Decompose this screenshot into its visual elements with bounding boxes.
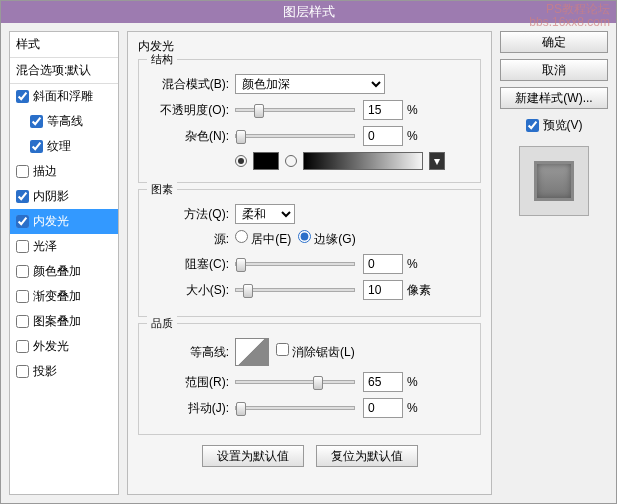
style-checkbox[interactable] — [16, 165, 29, 178]
range-label: 范围(R): — [149, 374, 229, 391]
quality-group: 品质 等高线: 消除锯齿(L) 范围(R): % 抖动(J): — [138, 323, 481, 435]
reset-default-button[interactable]: 复位为默认值 — [316, 445, 418, 467]
style-label: 颜色叠加 — [33, 263, 81, 280]
effect-title: 内发光 — [138, 38, 481, 55]
style-label: 图案叠加 — [33, 313, 81, 330]
choke-slider[interactable] — [235, 262, 355, 266]
gradient-swatch[interactable] — [303, 152, 423, 170]
style-label: 内发光 — [33, 213, 69, 230]
style-label: 光泽 — [33, 238, 57, 255]
gradient-dropdown[interactable]: ▾ — [429, 152, 445, 170]
style-label: 内阴影 — [33, 188, 69, 205]
opacity-label: 不透明度(O): — [149, 102, 229, 119]
source-edge-radio[interactable]: 边缘(G) — [298, 230, 356, 248]
style-label: 渐变叠加 — [33, 288, 81, 305]
styles-header: 样式 — [10, 32, 118, 58]
cancel-button[interactable]: 取消 — [500, 59, 608, 81]
style-item-8[interactable]: 渐变叠加 — [10, 284, 118, 309]
color-swatch[interactable] — [253, 152, 279, 170]
style-label: 投影 — [33, 363, 57, 380]
style-label: 斜面和浮雕 — [33, 88, 93, 105]
blend-mode-select[interactable]: 颜色加深 — [235, 74, 385, 94]
style-item-4[interactable]: 内阴影 — [10, 184, 118, 209]
style-item-6[interactable]: 光泽 — [10, 234, 118, 259]
ok-button[interactable]: 确定 — [500, 31, 608, 53]
style-item-3[interactable]: 描边 — [10, 159, 118, 184]
color-radio[interactable] — [235, 155, 247, 167]
jitter-slider[interactable] — [235, 406, 355, 410]
jitter-input[interactable] — [363, 398, 403, 418]
method-select[interactable]: 柔和 — [235, 204, 295, 224]
noise-label: 杂色(N): — [149, 128, 229, 145]
contour-label: 等高线: — [149, 344, 229, 361]
size-label: 大小(S): — [149, 282, 229, 299]
style-item-9[interactable]: 图案叠加 — [10, 309, 118, 334]
style-item-10[interactable]: 外发光 — [10, 334, 118, 359]
choke-input[interactable] — [363, 254, 403, 274]
style-checkbox[interactable] — [16, 340, 29, 353]
size-input[interactable] — [363, 280, 403, 300]
layer-style-dialog: 图层样式 PS教程论坛bbs.16xx8.com 样式 混合选项:默认 斜面和浮… — [0, 0, 617, 504]
style-label: 外发光 — [33, 338, 69, 355]
opacity-slider[interactable] — [235, 108, 355, 112]
size-slider[interactable] — [235, 288, 355, 292]
elements-group: 图素 方法(Q): 柔和 源: 居中(E) 边缘(G) 阻塞(C): % — [138, 189, 481, 317]
preview-checkbox[interactable]: 预览(V) — [500, 117, 608, 134]
effect-settings: 内发光 结构 混合模式(B): 颜色加深 不透明度(O): % 杂色(N): — [127, 31, 492, 495]
watermark: PS教程论坛bbs.16xx8.com — [529, 3, 610, 29]
style-checkbox[interactable] — [16, 190, 29, 203]
style-item-2[interactable]: 纹理 — [10, 134, 118, 159]
style-checkbox[interactable] — [16, 240, 29, 253]
source-center-radio[interactable]: 居中(E) — [235, 230, 291, 248]
style-checkbox[interactable] — [16, 265, 29, 278]
titlebar: 图层样式 — [1, 1, 616, 23]
style-label: 描边 — [33, 163, 57, 180]
jitter-label: 抖动(J): — [149, 400, 229, 417]
style-item-5[interactable]: 内发光 — [10, 209, 118, 234]
style-label: 等高线 — [47, 113, 83, 130]
style-checkbox[interactable] — [30, 115, 43, 128]
make-default-button[interactable]: 设置为默认值 — [202, 445, 304, 467]
noise-input[interactable] — [363, 126, 403, 146]
antialias-checkbox[interactable]: 消除锯齿(L) — [276, 343, 355, 361]
opacity-input[interactable] — [363, 100, 403, 120]
noise-slider[interactable] — [235, 134, 355, 138]
gradient-radio[interactable] — [285, 155, 297, 167]
style-item-0[interactable]: 斜面和浮雕 — [10, 84, 118, 109]
style-item-1[interactable]: 等高线 — [10, 109, 118, 134]
style-item-7[interactable]: 颜色叠加 — [10, 259, 118, 284]
range-input[interactable] — [363, 372, 403, 392]
blend-mode-label: 混合模式(B): — [149, 76, 229, 93]
method-label: 方法(Q): — [149, 206, 229, 223]
style-checkbox[interactable] — [16, 365, 29, 378]
style-checkbox[interactable] — [16, 90, 29, 103]
contour-picker[interactable] — [235, 338, 269, 366]
style-item-11[interactable]: 投影 — [10, 359, 118, 384]
styles-list: 样式 混合选项:默认 斜面和浮雕等高线纹理描边内阴影内发光光泽颜色叠加渐变叠加图… — [9, 31, 119, 495]
style-checkbox[interactable] — [16, 315, 29, 328]
style-checkbox[interactable] — [16, 215, 29, 228]
preview-thumbnail — [519, 146, 589, 216]
dialog-buttons: 确定 取消 新建样式(W)... 预览(V) — [500, 31, 608, 495]
style-checkbox[interactable] — [30, 140, 43, 153]
structure-group: 结构 混合模式(B): 颜色加深 不透明度(O): % 杂色(N): % — [138, 59, 481, 183]
style-label: 纹理 — [47, 138, 71, 155]
blend-options-default[interactable]: 混合选项:默认 — [10, 58, 118, 84]
choke-label: 阻塞(C): — [149, 256, 229, 273]
range-slider[interactable] — [235, 380, 355, 384]
source-label: 源: — [149, 231, 229, 248]
style-checkbox[interactable] — [16, 290, 29, 303]
new-style-button[interactable]: 新建样式(W)... — [500, 87, 608, 109]
